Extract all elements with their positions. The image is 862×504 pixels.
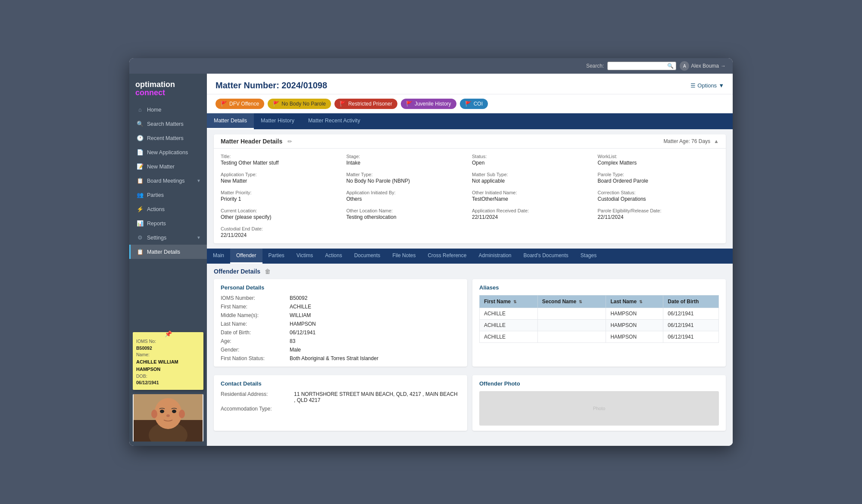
field-paroletype: Parole Type: Board Ordered Parole — [598, 172, 719, 184]
personal-subtitle: Personal Details — [221, 284, 460, 291]
table-row: ACHILLE HAMPSON 06/12/1941 — [480, 320, 719, 331]
sub-tab-documents[interactable]: Documents — [348, 249, 387, 264]
col-lastname[interactable]: Last Name ⇅ — [606, 296, 663, 308]
svg-point-4 — [154, 398, 182, 429]
sidebar-item-search-matters[interactable]: 🔍 Search Matters — [129, 117, 207, 131]
collapse-icon[interactable]: ▲ — [714, 138, 719, 144]
sub-tab-stages[interactable]: Stages — [575, 249, 603, 264]
field-label: Application Initiated By: — [347, 190, 468, 195]
svg-point-5 — [151, 410, 157, 418]
alias-firstname: ACHILLE — [480, 320, 538, 331]
svg-point-7 — [160, 410, 164, 413]
search-input[interactable] — [607, 62, 676, 70]
tab-matter-history[interactable]: Matter History — [254, 113, 301, 129]
matter-icon: 📋 — [137, 249, 144, 255]
scrollable-content[interactable]: Matter Header Details ✏ Matter Age: 76 D… — [207, 129, 733, 446]
field-correctionstatus: Correction Status: Custodial Operations — [598, 190, 719, 202]
matter-title: Matter Number: 2024/01098 — [216, 81, 327, 90]
sub-tab-crossref[interactable]: Cross Reference — [422, 249, 472, 264]
name-label: Name: — [136, 352, 150, 357]
delete-icon[interactable]: 🗑 — [265, 268, 271, 275]
alias-secondname — [537, 331, 606, 343]
options-button[interactable]: ☰ Options ▼ — [690, 82, 724, 89]
offender-section-title: Offender Details — [214, 268, 260, 275]
sort-icon: ⇅ — [513, 300, 517, 304]
sub-tabs: Main Offender Parties Victims Actions Do… — [207, 249, 733, 264]
sort-icon: ⇅ — [579, 300, 582, 304]
tab-matter-recent-activity[interactable]: Matter Recent Activity — [301, 113, 367, 129]
main-tabs: Matter Details Matter History Matter Rec… — [207, 113, 733, 129]
sidebar-item-settings[interactable]: ⚙ Settings ▼ — [129, 230, 207, 245]
sidebar-nav: ⌂ Home 🔍 Search Matters 🕐 Recent Matters… — [129, 103, 207, 328]
logout-icon[interactable]: → — [721, 63, 726, 69]
alias-lastname: HAMPSON — [606, 308, 663, 320]
field-value: 22/11/2024 — [472, 214, 593, 220]
sub-tab-actions[interactable]: Actions — [319, 249, 348, 264]
matter-header-card: Matter Header Details ✏ Matter Age: 76 D… — [214, 134, 726, 243]
offender-two-col: Personal Details IOMS Number: B50092 Fir… — [207, 275, 733, 371]
sidebar-item-home[interactable]: ⌂ Home — [129, 103, 207, 117]
alias-secondname — [537, 308, 606, 320]
card-body: Title: Testing Other Matter stuff Stage:… — [214, 149, 726, 243]
field-label: Custodial End Date: — [221, 226, 342, 231]
field-label: Status: — [472, 154, 593, 159]
sidebar-item-label: New Matter — [147, 164, 175, 170]
offender-photo-sidebar — [133, 394, 203, 442]
alias-dob: 06/12/1941 — [663, 320, 719, 331]
sidebar-item-reports[interactable]: 📊 Reports — [129, 216, 207, 230]
badge-dfv: 🚩 DFV Offence — [216, 99, 264, 109]
sidebar-item-label: Reports — [147, 221, 166, 227]
field-appreceiveddate: Application Received Date: 22/11/2024 — [472, 208, 593, 220]
sidebar-item-new-matter[interactable]: 📝 New Matter — [129, 159, 207, 174]
field-value: 22/11/2024 — [598, 214, 719, 220]
sidebar-item-parties[interactable]: 👥 Parties — [129, 188, 207, 202]
sidebar-item-new-applications[interactable]: 📄 New Applications — [129, 145, 207, 159]
col-firstname[interactable]: First Name ⇅ — [480, 296, 538, 308]
sidebar-item-recent-matters[interactable]: 🕐 Recent Matters — [129, 131, 207, 145]
sub-tab-filenotes[interactable]: File Notes — [386, 249, 422, 264]
sub-tab-parties[interactable]: Parties — [262, 249, 290, 264]
sidebar-item-board-meetings[interactable]: 📋 Board Meetings ▼ — [129, 174, 207, 188]
field-label: Age: — [221, 338, 285, 344]
field-label: Correction Status: — [598, 190, 719, 195]
field-custodialenddate: Custodial End Date: 22/11/2024 — [221, 226, 342, 238]
flag-icon: 🚩 — [273, 101, 279, 107]
sub-tab-offender[interactable]: Offender — [230, 249, 262, 264]
field-value: Other (please specify) — [221, 214, 342, 220]
search-label: Search: — [586, 63, 604, 69]
sub-tab-main[interactable]: Main — [207, 249, 230, 264]
sidebar-item-label: Actions — [147, 206, 165, 212]
field-apptype: Application Type: New Matter — [221, 172, 342, 184]
sidebar-item-matter-details[interactable]: 📋 Matter Details — [129, 245, 207, 259]
sub-tab-boards-docs[interactable]: Board's Documents — [517, 249, 574, 264]
tab-matter-details[interactable]: Matter Details — [207, 113, 254, 129]
field-paroleeligibility: Parole Elgibility/Release Date: 22/11/20… — [598, 208, 719, 220]
field-value: B50092 — [290, 295, 460, 301]
sub-tab-admin[interactable]: Administration — [472, 249, 517, 264]
field-label: Gender: — [221, 347, 285, 353]
table-row: ACHILLE HAMPSON 06/12/1941 — [480, 331, 719, 343]
field-value: Male — [290, 347, 460, 353]
edit-pencil-icon[interactable]: ✏ — [287, 138, 292, 145]
search-icon: 🔍 — [667, 63, 674, 69]
search-icon: 🔍 — [137, 121, 144, 127]
sidebar-item-label: Parties — [147, 192, 164, 198]
badge-coi: 🚩 COI — [460, 99, 488, 109]
field-value: Complex Matters — [598, 160, 719, 166]
clock-icon: 🕐 — [137, 135, 144, 141]
logo-optimation: optimation — [135, 80, 175, 89]
parties-icon: 👥 — [137, 192, 144, 198]
badge-nobody: 🚩 No Body No Parole — [268, 99, 331, 109]
contact-subtitle: Contact Details — [221, 380, 460, 387]
photo-placeholder-text: Photo — [593, 406, 606, 411]
alias-dob: 06/12/1941 — [663, 308, 719, 320]
sidebar-item-actions[interactable]: ⚡ Actions — [129, 202, 207, 216]
col-secondname[interactable]: Second Name ⇅ — [537, 296, 606, 308]
name-value: ACHILLE WILLIAM HAMPSON — [136, 359, 178, 372]
field-value: HAMPSON — [290, 321, 460, 327]
contact-body: Contact Details Residential Address: 11 … — [214, 375, 467, 417]
sub-tab-victims[interactable]: Victims — [290, 249, 319, 264]
badges-row: 🚩 DFV Offence 🚩 No Body No Parole 🚩 Rest… — [207, 94, 733, 113]
field-label: Parole Elgibility/Release Date: — [598, 208, 719, 213]
field-label: Other Initiated Name: — [472, 190, 593, 195]
